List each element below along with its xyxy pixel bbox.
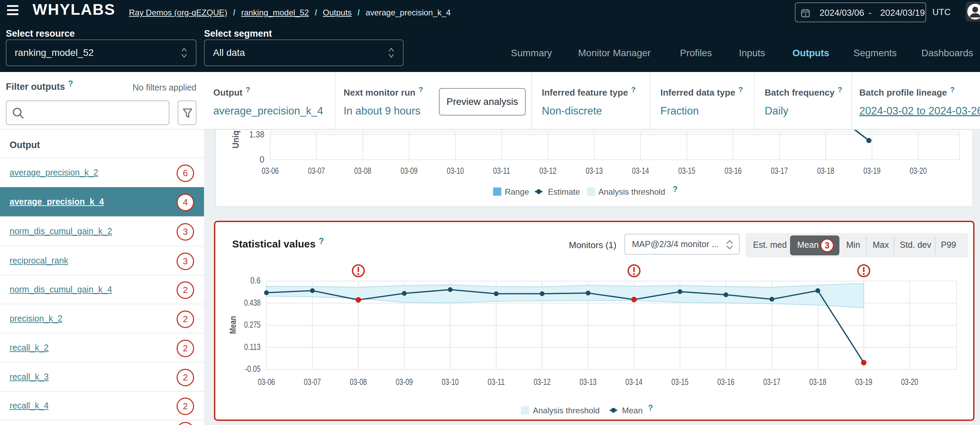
svg-text:Analysis threshold: Analysis threshold — [533, 406, 600, 415]
svg-text:03-17: 03-17 — [771, 166, 788, 176]
svg-text:03-15: 03-15 — [678, 166, 695, 176]
svg-text:0.275: 0.275 — [244, 320, 261, 329]
svg-text:03-16: 03-16 — [725, 166, 742, 176]
svg-text:03-19: 03-19 — [864, 166, 881, 176]
svg-text:03-08: 03-08 — [354, 166, 371, 176]
svg-text:03-17: 03-17 — [763, 377, 780, 387]
svg-text:03-20: 03-20 — [910, 166, 927, 176]
svg-text:0.438: 0.438 — [244, 298, 261, 308]
svg-text:03-16: 03-16 — [718, 377, 735, 387]
svg-text:03-07: 03-07 — [304, 377, 321, 387]
svg-text:03-11: 03-11 — [488, 377, 505, 387]
svg-text:03-09: 03-09 — [401, 166, 418, 176]
svg-text:03-09: 03-09 — [396, 377, 413, 387]
svg-text:Range: Range — [505, 187, 529, 197]
svg-text:Mean: Mean — [228, 316, 238, 334]
svg-text:0.6: 0.6 — [250, 276, 261, 285]
svg-text:03-15: 03-15 — [671, 377, 689, 387]
svg-text:03-08: 03-08 — [350, 377, 367, 387]
svg-text:03-18: 03-18 — [817, 166, 834, 176]
svg-text:0.113: 0.113 — [244, 342, 261, 352]
svg-text:03-13: 03-13 — [585, 166, 603, 176]
svg-text:03-18: 03-18 — [809, 377, 826, 387]
svg-text:03-10: 03-10 — [442, 377, 459, 387]
svg-text:03-14: 03-14 — [632, 166, 649, 176]
svg-text:Mean: Mean — [622, 406, 643, 415]
svg-text:Uniq: Uniq — [231, 131, 240, 148]
svg-text:03-06: 03-06 — [262, 166, 279, 176]
svg-text:03-10: 03-10 — [447, 166, 464, 176]
svg-text:0: 0 — [259, 155, 264, 164]
svg-text:03-19: 03-19 — [855, 377, 872, 387]
svg-text:03-20: 03-20 — [901, 377, 918, 387]
svg-text:Estimate: Estimate — [548, 187, 580, 197]
svg-text:03-12: 03-12 — [533, 377, 551, 387]
svg-text:03-11: 03-11 — [493, 166, 510, 176]
svg-text:1: 1 — [805, 12, 807, 16]
svg-text:?: ? — [648, 403, 653, 412]
svg-text:1.38: 1.38 — [249, 130, 264, 139]
svg-text:03-07: 03-07 — [308, 166, 325, 176]
svg-text:?: ? — [673, 185, 678, 193]
svg-text:03-14: 03-14 — [625, 377, 643, 387]
svg-text:03-12: 03-12 — [539, 166, 557, 176]
svg-text:03-06: 03-06 — [258, 377, 275, 387]
svg-text:03-13: 03-13 — [579, 377, 597, 387]
svg-text:-0.05: -0.05 — [245, 364, 261, 374]
svg-text:Analysis threshold: Analysis threshold — [598, 187, 665, 197]
